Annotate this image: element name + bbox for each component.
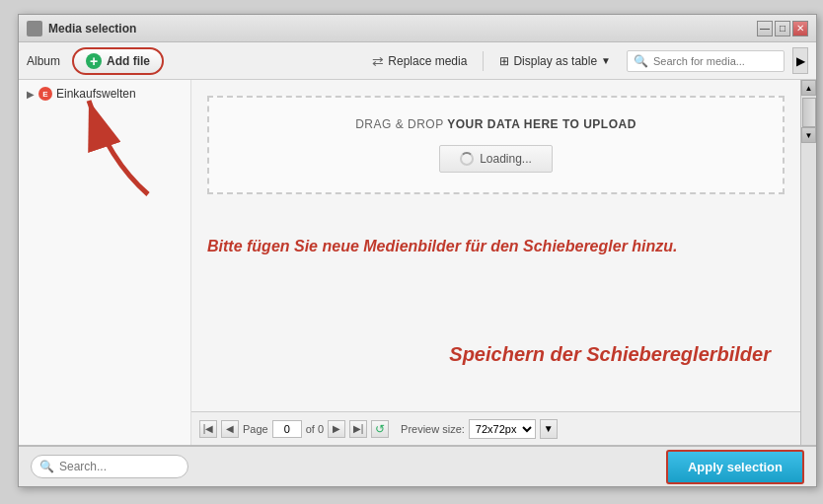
search-input[interactable]: [653, 55, 762, 67]
drag-drop-text: DRAG & DROP YOUR DATA HERE TO UPLOAD: [355, 117, 636, 131]
sidebar-item-einkaufswelten[interactable]: ▶ E Einkaufswelten: [19, 84, 190, 104]
add-file-label: Add file: [107, 54, 150, 68]
content-area: ▶ E Einkaufswelten DRAG & DROP YOUR DATA…: [19, 80, 816, 445]
search-icon: 🔍: [634, 54, 648, 68]
preview-size-select[interactable]: 72x72px: [469, 419, 536, 439]
album-label: Album: [27, 54, 60, 68]
first-page-button[interactable]: |◀: [199, 420, 217, 438]
maximize-button[interactable]: □: [775, 21, 790, 36]
preview-size-arrow[interactable]: ▼: [540, 419, 558, 439]
toolbar-separator: [483, 51, 484, 71]
toolbar: Album + Add file ⇄ Replace media ⊞ Displ…: [19, 42, 816, 80]
next-page-button[interactable]: ▶: [328, 420, 345, 438]
title-bar-left: Media selection: [27, 21, 136, 36]
preview-size-label: Preview size:: [401, 423, 465, 435]
last-page-button[interactable]: ▶|: [349, 420, 367, 438]
title-buttons: — □ ✕: [757, 21, 808, 36]
apply-selection-button[interactable]: Apply selection: [666, 450, 804, 484]
replace-media-label: Replace media: [388, 54, 467, 68]
add-file-button[interactable]: + Add file: [72, 47, 164, 75]
bottom-bar: 🔍 Apply selection: [19, 445, 816, 486]
scroll-down-button[interactable]: ▼: [801, 127, 816, 143]
main-content: DRAG & DROP YOUR DATA HERE TO UPLOAD Loa…: [191, 80, 800, 445]
bottom-search-input[interactable]: [59, 460, 178, 473]
drag-drop-plain: DRAG & DROP: [355, 117, 447, 131]
bottom-search-icon: 🔍: [39, 460, 54, 473]
annotation-text-1: Bitte fügen Sie neue Medienbilder für de…: [207, 238, 678, 255]
close-button[interactable]: ✕: [792, 21, 808, 36]
dialog-icon: [27, 21, 42, 36]
spinner-icon: [460, 152, 474, 166]
upload-zone: DRAG & DROP YOUR DATA HERE TO UPLOAD Loa…: [207, 96, 785, 194]
expand-icon: ▶: [27, 89, 35, 100]
annotation-text-2: Speichern der Schiebereglerbilder: [449, 343, 771, 366]
scroll-right-button[interactable]: ▶: [792, 47, 808, 74]
page-input[interactable]: [272, 420, 302, 438]
scroll-up-button[interactable]: ▲: [801, 80, 816, 96]
loading-text: Loading...: [480, 152, 532, 166]
title-bar: Media selection — □ ✕: [19, 15, 816, 42]
media-selection-dialog: Media selection — □ ✕ Album + Add file ⇄…: [18, 14, 817, 487]
minimize-button[interactable]: —: [757, 21, 773, 36]
drag-drop-bold: YOUR DATA HERE TO UPLOAD: [447, 117, 636, 131]
replace-media-button[interactable]: ⇄ Replace media: [364, 50, 475, 72]
table-icon: ⊞: [499, 54, 509, 68]
search-box: 🔍: [627, 50, 785, 72]
dropdown-arrow-icon: ▼: [601, 55, 611, 66]
loading-indicator: Loading...: [439, 145, 553, 173]
sidebar: ▶ E Einkaufswelten: [19, 80, 191, 445]
replace-icon: ⇄: [372, 53, 384, 69]
display-as-table-button[interactable]: ⊞ Display as table ▼: [491, 51, 619, 71]
add-icon: +: [86, 53, 102, 69]
display-table-label: Display as table: [513, 54, 597, 68]
sidebar-item-label: Einkaufswelten: [56, 87, 136, 101]
scroll-thumb[interactable]: [802, 98, 816, 127]
prev-page-button[interactable]: ◀: [221, 420, 239, 438]
folder-status-icon: E: [38, 87, 52, 101]
pagination-bar: |◀ ◀ Page of 0 ▶ ▶| ↺ Preview size: 72x7…: [191, 411, 800, 445]
page-label: Page: [243, 423, 268, 435]
refresh-button[interactable]: ↺: [371, 420, 389, 438]
bottom-search-box: 🔍: [31, 455, 188, 478]
scroll-track: ▲ ▼: [800, 80, 816, 445]
dialog-title: Media selection: [48, 22, 136, 36]
of-label: of 0: [306, 423, 324, 435]
